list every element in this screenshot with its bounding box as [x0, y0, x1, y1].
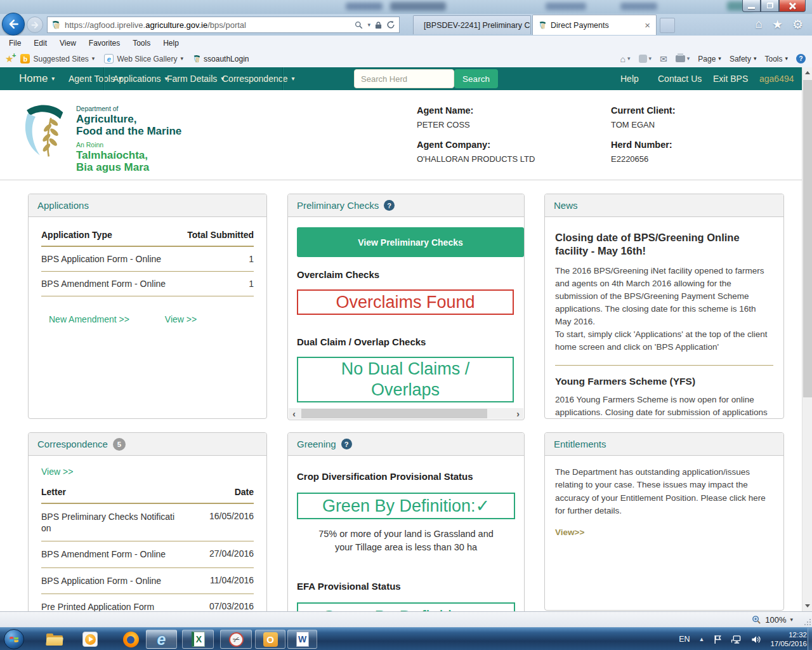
windows-logo-icon [8, 633, 20, 645]
search-herd-input[interactable] [354, 69, 454, 88]
volume-icon[interactable] [751, 635, 761, 644]
restore-button[interactable] [761, 0, 779, 12]
panel-title: Correspondence [37, 439, 108, 449]
favorite-suggested-sites[interactable]: b Suggested Sites ▾ [18, 54, 97, 63]
redacted-title-text [346, 3, 383, 10]
new-tab-button[interactable] [660, 18, 675, 33]
tab-direct-payments[interactable]: Direct Payments × [532, 15, 657, 35]
scroll-right-icon[interactable]: › [513, 408, 523, 419]
action-center-flag-icon[interactable] [713, 635, 722, 644]
view-applications-link[interactable]: View >> [165, 314, 197, 324]
url-domain: agriculture.gov.ie [145, 20, 207, 30]
ie-help-icon[interactable]: ? [796, 54, 806, 63]
scrollbar-thumb[interactable] [803, 80, 812, 397]
print-button[interactable]: ▾ [676, 55, 690, 62]
forward-button[interactable] [27, 17, 43, 33]
dual-claim-heading: Dual Claim / Overlap Checks [297, 336, 426, 347]
help-icon[interactable]: ? [341, 439, 352, 449]
nav-home[interactable]: Home▾ [19, 67, 55, 90]
taskbar-word[interactable]: W [287, 630, 317, 649]
back-button[interactable] [2, 13, 25, 36]
vertical-scrollbar[interactable] [802, 67, 812, 611]
menu-tools[interactable]: Tools [126, 39, 157, 48]
zoom-control[interactable]: 100% ▾ [752, 612, 793, 627]
entitlements-view-link[interactable]: View>> [555, 526, 584, 539]
taskbar-internet-explorer[interactable]: e [146, 630, 177, 649]
logo-text: Agriculture, [76, 113, 181, 125]
refresh-icon[interactable] [386, 20, 395, 29]
new-amendment-link[interactable]: New Amendment >> [49, 314, 129, 324]
close-tab-icon[interactable]: × [638, 20, 650, 30]
zoom-caret-icon[interactable]: ▾ [790, 617, 793, 623]
view-preliminary-checks-button[interactable]: View Preliminary Checks [297, 227, 524, 257]
menu-view[interactable]: View [53, 39, 82, 48]
scroll-left-icon[interactable]: ‹ [289, 408, 299, 419]
nav-contact-us[interactable]: Contact Us [658, 67, 702, 90]
correspondence-header: Correspondence 5 [29, 433, 266, 456]
nav-help[interactable]: Help [620, 67, 639, 90]
show-desktop-button[interactable] [808, 628, 812, 650]
chevron-down-icon: ▾ [687, 56, 690, 62]
divider [555, 365, 773, 366]
network-icon[interactable] [731, 635, 742, 644]
add-favorite-icon[interactable]: ★+ [5, 53, 13, 65]
resize-grip[interactable] [803, 618, 811, 625]
search-icon[interactable] [355, 21, 363, 29]
column-header: Letter [41, 487, 66, 497]
taskbar-media-player[interactable] [77, 630, 103, 649]
feeds-button[interactable]: ▾ [639, 55, 652, 63]
taskbar-firefox[interactable] [118, 630, 143, 649]
browser-chrome: https://agfood.iprelive.agriculture.gov.… [0, 14, 812, 36]
favorite-web-slice-gallery[interactable]: e Web Slice Gallery ▾ [102, 54, 186, 63]
show-hidden-icons[interactable]: ▲ [699, 636, 705, 642]
scroll-down-icon[interactable] [802, 600, 812, 611]
nav-exit-bps[interactable]: Exit BPS [713, 67, 748, 90]
page-menu[interactable]: Page▾ [698, 55, 721, 63]
taskbar-excel[interactable]: X [182, 630, 214, 649]
column-header: Application Type [41, 230, 112, 240]
taskbar-clock[interactable]: 12:32 17/05/2016 [770, 630, 807, 648]
client-info: Current Client: TOM EGAN Herd Number: E2… [611, 105, 676, 164]
menu-file[interactable]: File [3, 39, 27, 48]
menu-favorites[interactable]: Favorites [82, 39, 126, 48]
horizontal-scrollbar[interactable]: ‹ › [289, 408, 523, 419]
settings-gear-icon[interactable]: ⚙ [792, 17, 803, 32]
language-indicator[interactable]: EN [679, 635, 690, 644]
taskbar-explorer[interactable] [42, 630, 67, 649]
search-options-caret-icon[interactable]: ▾ [367, 22, 370, 28]
tab-preliminary-checks[interactable]: [BPSDEV-2241] Preliminary Ch... [413, 15, 531, 34]
chevron-down-icon: ▾ [181, 56, 184, 62]
news-item-heading: Young Farmers Scheme (YFS) [555, 376, 773, 387]
nav-username[interactable]: aga6494 [759, 67, 794, 90]
outlook-icon: O [263, 632, 278, 647]
safety-menu[interactable]: Safety▾ [730, 55, 757, 63]
panel-title: Entitlements [554, 439, 606, 449]
search-button[interactable]: Search [454, 69, 498, 88]
applications-table-header: Application Type Total Submitted [41, 230, 254, 247]
nav-applications[interactable]: Applications▾ [113, 67, 168, 90]
preliminary-checks-header: Preliminary Checks ? [288, 194, 524, 217]
home-menu-button[interactable]: ⌂▾ [620, 54, 631, 64]
start-button[interactable] [4, 629, 24, 649]
nav-correspondence[interactable]: Correspondence▾ [222, 67, 295, 90]
scroll-up-icon[interactable] [802, 67, 812, 78]
taskbar-snipping-tool[interactable]: ✂ [220, 630, 252, 649]
current-client-value: TOM EGAN [611, 120, 676, 129]
home-icon[interactable]: ⌂ [755, 17, 762, 32]
minimize-button[interactable] [742, 0, 761, 12]
help-icon[interactable]: ? [384, 200, 395, 211]
nav-farm-details[interactable]: Farm Details▾ [167, 67, 224, 90]
favorites-star-icon[interactable]: ★ [772, 17, 783, 32]
scrollbar-thumb[interactable] [301, 409, 487, 418]
window-title-bar[interactable] [0, 0, 812, 14]
tools-menu[interactable]: Tools▾ [764, 55, 788, 63]
menu-help[interactable]: Help [157, 39, 185, 48]
taskbar-outlook[interactable]: O [255, 630, 285, 649]
read-mail-button[interactable]: ✉ [660, 54, 667, 64]
menu-edit[interactable]: Edit [27, 39, 53, 48]
address-bar[interactable]: https://agfood.iprelive.agriculture.gov.… [47, 17, 400, 33]
correspondence-view-link[interactable]: View >> [41, 467, 73, 477]
dual-claim-status-box: No Dual Claims / Overlaps [297, 357, 514, 402]
favorite-ssoauthlogin[interactable]: ssoauthLogin [190, 55, 251, 63]
close-button[interactable] [779, 0, 806, 12]
